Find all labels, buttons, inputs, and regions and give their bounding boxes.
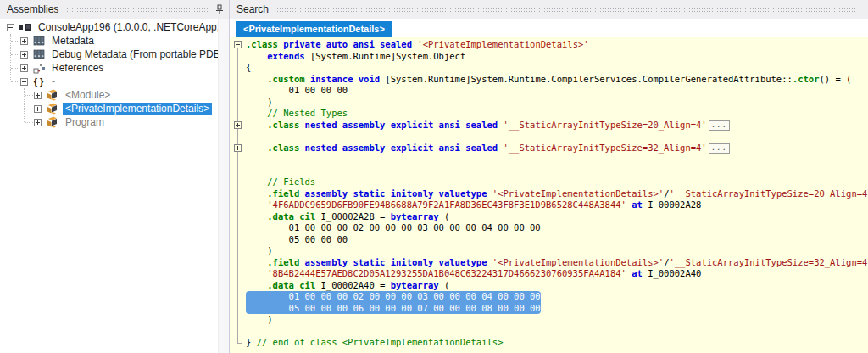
code-line[interactable]: // Fields	[246, 176, 868, 188]
tree-guide	[25, 122, 33, 123]
collapse-icon[interactable]	[7, 24, 14, 31]
code-line[interactable]: 01 00 00 00 02 00 00 00 03 00 00 00 04 0…	[246, 291, 868, 303]
fold-expand-icon[interactable]	[234, 144, 242, 152]
search-document-panel: Search <PrivateImplementationDetails> .c…	[230, 0, 868, 353]
vertical-scrollbar-track[interactable]	[218, 19, 229, 353]
code-line[interactable]: // Nested Types	[246, 108, 868, 120]
code-line[interactable]: )	[246, 314, 868, 326]
tree-item-label[interactable]: Debug Metadata (From portable PDB)	[49, 48, 226, 61]
tree-item-label[interactable]: <Module>	[63, 89, 113, 102]
class-icon	[46, 102, 59, 115]
tree-rows: ConsoleApp196 (1.0.0.0, .NETCoreApp, v8.…	[0, 20, 229, 129]
code-line[interactable]: 01 00 00 00 02 00 00 00 03 00 00 00 04 0…	[246, 222, 868, 234]
metadata-icon	[32, 34, 46, 48]
fold-region-line	[237, 48, 238, 343]
collapse-icon[interactable]	[20, 78, 28, 86]
code-line[interactable]: '8B4B2444E57AED8C2D05A1293255DA1B048C632…	[246, 268, 868, 280]
class-icon	[46, 115, 59, 129]
code-line[interactable]: .custom instance void [System.Runtime]Sy…	[246, 74, 868, 86]
code-line[interactable]: .field assembly static initonly valuetyp…	[246, 257, 868, 269]
expand-icon[interactable]	[34, 119, 42, 126]
assembly-tree: ConsoleApp196 (1.0.0.0, .NETCoreApp, v8.…	[0, 19, 229, 353]
expand-icon[interactable]	[20, 64, 28, 72]
code-lines: .class private auto ansi sealed '<Privat…	[246, 37, 868, 353]
selected-text: 01 00 00 00 02 00 00 00 03 00 00 00 04 0…	[246, 291, 541, 303]
code-folding-gutter	[230, 37, 246, 353]
code-line[interactable]	[246, 165, 868, 177]
search-panel-header[interactable]: Search	[230, 0, 868, 19]
tree-row[interactable]: References	[20, 61, 229, 75]
collapsed-region-box[interactable]: ...	[709, 143, 730, 154]
panel-drag-texture	[66, 8, 209, 13]
assemblies-panel: Assemblies ConsoleApp196 (1.0.0.0, .NETC…	[0, 0, 230, 353]
tree-item-label[interactable]: ConsoleApp196 (1.0.0.0, .NETCoreApp, v8.…	[36, 21, 229, 34]
tree-row[interactable]: Program	[34, 115, 229, 129]
tab-private-implementation-details[interactable]: <PrivateImplementationDetails>	[236, 21, 392, 37]
tree-guide	[24, 88, 25, 122]
code-line[interactable]: .class private auto ansi sealed '<Privat…	[246, 39, 868, 51]
tree-row[interactable]: { }-	[20, 75, 229, 88]
assembly-icon	[19, 20, 32, 34]
code-line[interactable]: .class nested assembly explicit ansi sea…	[246, 143, 868, 154]
code-line[interactable]: 05 00 00 00	[246, 234, 868, 246]
tree-guide	[11, 41, 19, 42]
code-line[interactable]	[246, 154, 868, 165]
assemblies-panel-header[interactable]: Assemblies	[0, 0, 229, 19]
tree-guide	[11, 54, 19, 55]
code-line[interactable]: .field assembly static initonly valuetyp…	[246, 188, 868, 200]
tree-row[interactable]: <Module>	[34, 88, 229, 102]
il-code-view[interactable]: .class private auto ansi sealed '<Privat…	[230, 37, 868, 353]
tree-row[interactable]: Debug Metadata (From portable PDB)	[20, 48, 229, 61]
metadata-icon	[32, 48, 46, 61]
tree-item-label[interactable]: -	[49, 76, 58, 88]
code-line[interactable]	[246, 326, 868, 338]
selected-text: 05 00 00 00 06 00 00 00 07 00 00 00 08 0…	[246, 303, 541, 315]
tree-item-label[interactable]: Program	[63, 116, 107, 129]
code-line[interactable]: extends [System.Runtime]System.Object	[246, 51, 868, 63]
class-icon	[46, 88, 59, 102]
code-line[interactable]: )	[246, 97, 868, 109]
code-line[interactable]: .data cil I_00002A40 = bytearray (	[246, 280, 868, 292]
code-line[interactable]: } // end of class <PrivateImplementation…	[246, 337, 868, 349]
code-line[interactable]: .class nested assembly explicit ansi sea…	[246, 120, 868, 132]
fold-region-end	[237, 343, 242, 344]
assemblies-panel-title: Assemblies	[7, 3, 58, 15]
code-line[interactable]: {	[246, 62, 868, 74]
code-line[interactable]: 01 00 00 00	[246, 85, 868, 97]
code-line[interactable]: .data cil I_00002A28 = bytearray (	[246, 211, 868, 223]
code-line[interactable]	[246, 131, 868, 143]
tree-item-label[interactable]: References	[49, 62, 106, 75]
namespace-icon: { }	[32, 75, 46, 88]
pin-icon[interactable]	[215, 4, 224, 15]
code-line[interactable]: '4F6ADDC9659D6FB90FE94B6688A79F2A1FA8D36…	[246, 199, 868, 211]
tree-row[interactable]: Metadata	[20, 34, 229, 48]
tree-row[interactable]: <PrivateImplementationDetails>	[34, 102, 229, 115]
ilspy-window: Assemblies ConsoleApp196 (1.0.0.0, .NETC…	[0, 0, 868, 353]
expand-icon[interactable]	[20, 37, 28, 45]
tree-item-label[interactable]: <PrivateImplementationDetails>	[63, 103, 212, 115]
tree-guide	[11, 68, 19, 69]
fold-expand-icon[interactable]	[234, 121, 242, 129]
document-tab-bar: <PrivateImplementationDetails>	[230, 19, 868, 37]
expand-icon[interactable]	[20, 51, 28, 59]
tree-guide	[11, 81, 19, 82]
code-line[interactable]: 05 00 00 00 06 00 00 00 07 00 00 00 08 0…	[246, 303, 868, 315]
tree-row[interactable]: ConsoleApp196 (1.0.0.0, .NETCoreApp, v8.…	[7, 20, 229, 34]
tree-item-label[interactable]: Metadata	[49, 35, 97, 48]
fold-collapse-icon[interactable]	[234, 41, 242, 48]
references-icon	[32, 61, 46, 75]
panel-drag-texture	[276, 8, 856, 13]
expand-icon[interactable]	[34, 92, 42, 99]
search-panel-title: Search	[236, 3, 269, 15]
code-line[interactable]: )	[246, 245, 868, 257]
tree-guide	[25, 95, 33, 96]
tree-guide	[25, 109, 33, 109]
expand-icon[interactable]	[34, 105, 42, 113]
collapsed-region-box[interactable]: ...	[709, 120, 730, 131]
